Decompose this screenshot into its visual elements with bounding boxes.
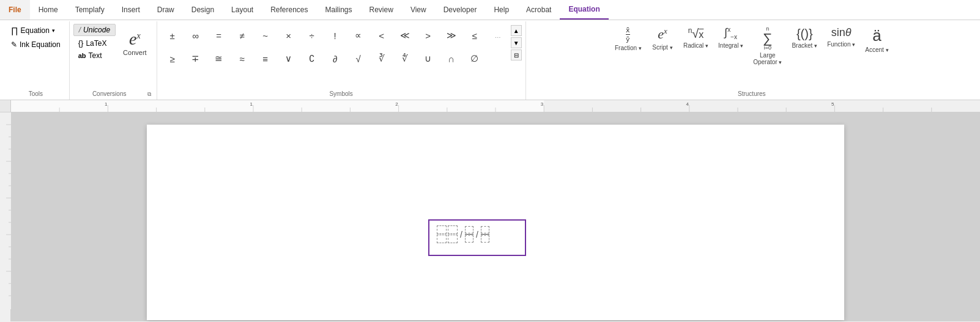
convert-script-icon: ex bbox=[129, 29, 141, 49]
sym-div[interactable]: ÷ bbox=[300, 24, 324, 47]
sym-morebtns[interactable]: … bbox=[486, 24, 510, 47]
ribbon: ∏ Equation ▾ ✎ Ink Equation Tools bbox=[0, 20, 980, 100]
sym-pm[interactable]: ± bbox=[161, 24, 184, 47]
sym-morebtns2[interactable] bbox=[486, 47, 510, 70]
text-label: Text bbox=[89, 51, 102, 60]
latex-button[interactable]: {} LaTeX bbox=[73, 37, 116, 49]
fraction-label: Fraction ▾ bbox=[615, 45, 642, 51]
tab-help[interactable]: Help bbox=[485, 0, 518, 20]
tab-insert[interactable]: Insert bbox=[113, 0, 149, 20]
sym-geq[interactable]: ≥ bbox=[161, 47, 184, 70]
latex-label: LaTeX bbox=[86, 39, 106, 48]
sym-cup[interactable]: ∪ bbox=[417, 47, 440, 70]
tools-group: ∏ Equation ▾ ✎ Ink Equation Tools bbox=[2, 21, 70, 100]
sym-ggt[interactable]: ≫ bbox=[440, 24, 463, 47]
integral-icon: ∫x−x bbox=[724, 26, 737, 41]
accent-button[interactable]: ä Accent ▾ bbox=[861, 24, 892, 56]
structures-group-content: x̄ ȳ Fraction ▾ ex Script ▾ n√x Radical … bbox=[611, 24, 893, 89]
bracket-label: Bracket ▾ bbox=[792, 42, 817, 49]
sym-sqrt[interactable]: √ bbox=[347, 47, 370, 70]
symbols-scrollbar: ▲ ▼ ⊟ bbox=[511, 25, 522, 60]
equation-button[interactable]: ∏ Equation ▾ bbox=[6, 24, 60, 37]
integral-label: Integral ▾ bbox=[718, 42, 743, 49]
ink-equation-label: Ink Equation bbox=[20, 40, 61, 49]
sym-equiv[interactable]: ≡ bbox=[254, 47, 277, 70]
sym-cap[interactable]: ∩ bbox=[440, 47, 463, 70]
sym-inf[interactable]: ∞ bbox=[184, 24, 207, 47]
radical-button[interactable]: n√x Radical ▾ bbox=[680, 24, 712, 51]
symbols-scroll-down[interactable]: ▼ bbox=[511, 37, 522, 48]
tab-mailings[interactable]: Mailings bbox=[317, 0, 361, 20]
sym-comp[interactable]: ∁ bbox=[300, 47, 324, 70]
tab-acrobat[interactable]: Acrobat bbox=[518, 0, 560, 20]
tab-templafy[interactable]: Templafy bbox=[67, 0, 113, 20]
tab-equation[interactable]: Equation bbox=[560, 0, 608, 20]
sym-eq[interactable]: = bbox=[207, 24, 231, 47]
sym-mp[interactable]: ∓ bbox=[184, 47, 207, 70]
svg-text:4: 4 bbox=[686, 101, 689, 107]
equation-box[interactable]: / / bbox=[428, 219, 526, 256]
text-button[interactable]: ab Text bbox=[73, 50, 116, 61]
sym-lt[interactable]: < bbox=[370, 24, 393, 47]
accent-label: Accent ▾ bbox=[865, 46, 888, 53]
svg-text:5: 5 bbox=[831, 101, 834, 107]
symbols-row-2: ≥ ∓ ≅ ≈ ≡ ∨ ∁ ∂ √ ∛ ∜ ∪ ∩ bbox=[161, 47, 510, 70]
symbols-group: ± ∞ = ≠ ~ × ÷ ! ∝ < ≪ > ≫ bbox=[157, 21, 526, 100]
sym-vee[interactable]: ∨ bbox=[277, 47, 300, 70]
symbols-scroll-up[interactable]: ▲ bbox=[511, 25, 522, 36]
sym-times[interactable]: × bbox=[277, 24, 300, 47]
sym-llt[interactable]: ≪ bbox=[393, 24, 417, 47]
convert-button[interactable]: ex Convert bbox=[117, 27, 153, 59]
sym-cbrt[interactable]: ∛ bbox=[370, 47, 393, 70]
unicode-button[interactable]: / Unicode bbox=[73, 24, 116, 36]
svg-text:3: 3 bbox=[541, 101, 544, 107]
large-operator-button[interactable]: n ∑ i=0 LargeOperator ▾ bbox=[749, 24, 785, 68]
symbols-label-row: Symbols bbox=[161, 89, 522, 100]
sym-cong[interactable]: ≅ bbox=[207, 47, 231, 70]
left-ruler-svg bbox=[0, 112, 11, 309]
tab-design[interactable]: Design bbox=[183, 0, 223, 20]
ribbon-content: ∏ Equation ▾ ✎ Ink Equation Tools bbox=[0, 20, 980, 100]
sym-neq[interactable]: ≠ bbox=[231, 24, 254, 47]
equation-label: Equation bbox=[21, 26, 50, 35]
tab-review[interactable]: Review bbox=[361, 0, 402, 20]
tab-view[interactable]: View bbox=[402, 0, 435, 20]
ink-equation-button[interactable]: ✎ Ink Equation bbox=[6, 38, 65, 51]
sym-gt[interactable]: > bbox=[417, 24, 440, 47]
tab-file[interactable]: File bbox=[0, 0, 30, 20]
sym-tilde[interactable]: ~ bbox=[254, 24, 277, 47]
sym-partial[interactable]: ∂ bbox=[324, 47, 347, 70]
unicode-label: Unicode bbox=[83, 26, 110, 34]
sym-4rt[interactable]: ∜ bbox=[393, 47, 417, 70]
large-operator-icon: n ∑ i=0 bbox=[763, 26, 773, 51]
equation-content: / / bbox=[437, 225, 518, 243]
function-button[interactable]: sinθ Function ▾ bbox=[823, 24, 859, 50]
sym-approx[interactable]: ≈ bbox=[231, 47, 254, 70]
slash-icon: / bbox=[79, 26, 81, 34]
conversions-inner: / Unicode {} LaTeX ab Text ex bbox=[73, 24, 153, 61]
page-scroll[interactable]: / / bbox=[11, 112, 980, 321]
document-page: / / bbox=[147, 125, 844, 320]
bracket-button[interactable]: {()} Bracket ▾ bbox=[788, 24, 821, 51]
tab-layout[interactable]: Layout bbox=[223, 0, 262, 20]
script-button[interactable]: ex Script ▾ bbox=[648, 24, 677, 53]
text-icon: ab bbox=[78, 52, 86, 59]
sym-excl[interactable]: ! bbox=[324, 24, 347, 47]
tab-draw[interactable]: Draw bbox=[149, 0, 183, 20]
tab-references[interactable]: References bbox=[262, 0, 316, 20]
tab-home[interactable]: Home bbox=[30, 0, 67, 20]
tools-group-content: ∏ Equation ▾ ✎ Ink Equation bbox=[6, 24, 65, 89]
sym-prop[interactable]: ∝ bbox=[347, 24, 370, 47]
conversions-dialog-launcher[interactable]: ⧉ bbox=[146, 90, 153, 98]
sym-empty[interactable]: ∅ bbox=[463, 47, 486, 70]
latex-brace-icon: {} bbox=[78, 38, 84, 48]
ruler-svg: 1 1 2 3 4 5 bbox=[11, 100, 980, 112]
structures-label-row: Structures bbox=[530, 89, 974, 100]
fraction-button[interactable]: x̄ ȳ Fraction ▾ bbox=[611, 24, 645, 54]
symbols-scroll-expand[interactable]: ⊟ bbox=[511, 49, 522, 60]
tab-developer[interactable]: Developer bbox=[435, 0, 486, 20]
integral-button[interactable]: ∫x−x Integral ▾ bbox=[715, 24, 747, 51]
script-label: Script ▾ bbox=[652, 44, 672, 51]
conversions-group-content: / Unicode {} LaTeX ab Text ex bbox=[73, 24, 153, 89]
sym-leq[interactable]: ≤ bbox=[463, 24, 486, 47]
